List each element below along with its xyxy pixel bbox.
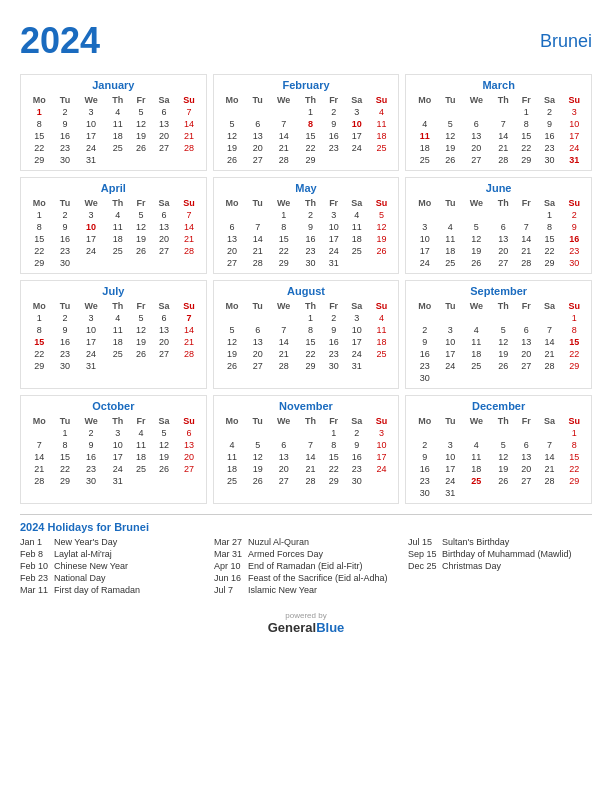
calendar-day [462, 312, 491, 324]
calendar-day: 8 [25, 324, 54, 336]
calendar-day [491, 372, 515, 384]
calendar-day: 14 [537, 336, 561, 348]
calendar-day [269, 312, 298, 324]
calendar-day: 10 [76, 118, 105, 130]
calendar-day: 30 [54, 360, 77, 372]
calendar-day: 29 [537, 257, 561, 269]
calendar-day [562, 487, 587, 499]
calendar-day: 7 [176, 106, 201, 118]
calendar-day: 5 [369, 209, 394, 221]
calendar-day: 13 [491, 233, 515, 245]
day-header: Su [369, 94, 394, 106]
calendar-day [152, 360, 176, 372]
calendar-day: 7 [515, 221, 537, 233]
calendar-day [218, 312, 247, 324]
calendar-day: 2 [562, 209, 587, 221]
calendar-day: 31 [345, 360, 369, 372]
calendar-day: 28 [298, 475, 322, 487]
calendar-day [106, 257, 130, 269]
month-title-january: January [25, 79, 202, 91]
calendar-day: 10 [345, 118, 369, 130]
calendar-day: 28 [176, 245, 201, 257]
calendar-day: 21 [515, 245, 537, 257]
calendar-day: 18 [462, 463, 491, 475]
calendar-day: 28 [515, 257, 537, 269]
calendar-day: 1 [537, 209, 561, 221]
calendar-day: 19 [130, 130, 152, 142]
calendar-day: 22 [515, 142, 537, 154]
calendar-day: 29 [323, 475, 345, 487]
calendar-day: 27 [515, 360, 537, 372]
day-header: Su [176, 94, 201, 106]
calendar-day: 30 [54, 257, 77, 269]
calendar-day: 13 [218, 233, 247, 245]
calendar-day: 10 [410, 233, 439, 245]
holiday-item: Feb 23National Day [20, 573, 204, 583]
holiday-name: Christmas Day [442, 561, 501, 571]
calendar-day: 28 [537, 360, 561, 372]
day-header: Mo [218, 415, 247, 427]
day-header: Fr [323, 415, 345, 427]
calendar-day [410, 312, 439, 324]
calendar-day: 17 [76, 336, 105, 348]
month-block-november: NovemberMoTuWeThFrSaSu123456789101112131… [213, 395, 400, 504]
day-header: Sa [537, 197, 561, 209]
day-header: Sa [345, 94, 369, 106]
calendar-day: 1 [25, 312, 54, 324]
calendar-day: 3 [439, 324, 462, 336]
calendar-day [152, 154, 176, 166]
calendar-day: 10 [345, 324, 369, 336]
calendar-day: 4 [462, 324, 491, 336]
holiday-item: Feb 10Chinese New Year [20, 561, 204, 571]
calendar-day: 5 [462, 221, 491, 233]
calendar-day: 21 [176, 233, 201, 245]
cal-table-august: MoTuWeThFrSaSu12345678910111213141516171… [218, 300, 395, 372]
calendar-day: 8 [562, 439, 587, 451]
calendar-day: 27 [462, 154, 491, 166]
calendar-day [246, 427, 269, 439]
calendar-day: 6 [269, 439, 298, 451]
holiday-item: Mar 11First day of Ramadan [20, 585, 204, 595]
calendar-day: 11 [462, 336, 491, 348]
calendar-day [345, 257, 369, 269]
calendar-day: 14 [246, 233, 269, 245]
calendar-day [439, 427, 462, 439]
calendar-day: 7 [25, 439, 54, 451]
calendar-day: 15 [269, 233, 298, 245]
calendar-day: 30 [323, 360, 345, 372]
calendar-day: 15 [54, 451, 77, 463]
calendar-day: 13 [515, 336, 537, 348]
month-title-october: October [25, 400, 202, 412]
calendar-day [218, 209, 247, 221]
calendar-day: 2 [410, 439, 439, 451]
calendar-day: 15 [25, 130, 54, 142]
month-block-october: OctoberMoTuWeThFrSaSu1234567891011121314… [20, 395, 207, 504]
calendar-day [491, 209, 515, 221]
calendar-day: 24 [439, 475, 462, 487]
calendar-day: 8 [269, 221, 298, 233]
calendar-day: 30 [562, 257, 587, 269]
calendar-day: 10 [323, 221, 345, 233]
day-header: Th [298, 197, 322, 209]
calendar-day [491, 312, 515, 324]
calendar-day: 22 [298, 142, 322, 154]
calendar-day: 20 [152, 336, 176, 348]
calendar-day: 29 [562, 475, 587, 487]
calendar-day: 21 [176, 336, 201, 348]
calendar-day: 17 [439, 463, 462, 475]
calendar-day [462, 487, 491, 499]
calendar-day: 18 [369, 130, 394, 142]
calendar-day: 9 [410, 336, 439, 348]
calendar-day: 17 [562, 130, 587, 142]
calendar-day: 5 [130, 106, 152, 118]
calendar-day: 31 [323, 257, 345, 269]
cal-table-march: MoTuWeThFrSaSu12345678910111213141516171… [410, 94, 587, 166]
calendar-day [515, 312, 537, 324]
calendar-day: 13 [152, 324, 176, 336]
day-header: Tu [439, 94, 462, 106]
calendar-day: 24 [76, 142, 105, 154]
calendar-day: 21 [25, 463, 54, 475]
calendar-day: 6 [462, 118, 491, 130]
calendar-day: 27 [152, 348, 176, 360]
calendar-day: 25 [106, 142, 130, 154]
